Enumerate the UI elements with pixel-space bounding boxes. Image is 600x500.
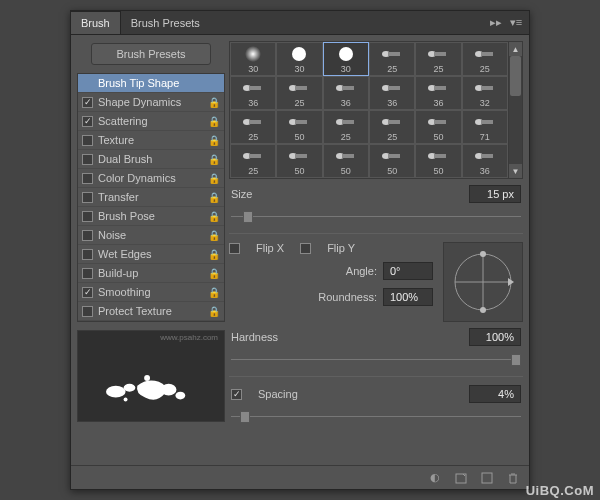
- size-value[interactable]: 15 px: [469, 185, 521, 203]
- brush-thumbnail[interactable]: 25: [323, 110, 369, 144]
- brush-presets-button[interactable]: Brush Presets: [91, 43, 211, 65]
- spacing-value[interactable]: 4%: [469, 385, 521, 403]
- brush-size-label: 36: [480, 166, 490, 176]
- brush-thumbnail[interactable]: 71: [462, 110, 508, 144]
- brush-thumbnail[interactable]: 50: [415, 110, 461, 144]
- lock-icon[interactable]: 🔒: [208, 97, 220, 108]
- svg-rect-50: [481, 154, 493, 158]
- tab-brush[interactable]: Brush: [71, 11, 121, 34]
- option-shape-dynamics[interactable]: Shape Dynamics🔒: [78, 93, 224, 112]
- option-texture[interactable]: Texture🔒: [78, 131, 224, 150]
- brush-thumbnail[interactable]: 25: [230, 110, 276, 144]
- svg-point-55: [480, 307, 486, 313]
- brush-thumbnail[interactable]: 36: [369, 76, 415, 110]
- checkbox-icon[interactable]: [82, 154, 93, 165]
- option-protect-texture[interactable]: Protect Texture🔒: [78, 302, 224, 321]
- hardness-slider[interactable]: [231, 352, 521, 368]
- menu-icon[interactable]: ▾≡: [509, 16, 523, 30]
- lock-icon[interactable]: 🔒: [208, 154, 220, 165]
- brush-thumbnail[interactable]: 25: [230, 144, 276, 178]
- checkbox-icon[interactable]: [82, 268, 93, 279]
- new-icon[interactable]: [479, 470, 495, 486]
- svg-point-5: [124, 398, 128, 402]
- brush-thumbnail[interactable]: 32: [462, 76, 508, 110]
- option-transfer[interactable]: Transfer🔒: [78, 188, 224, 207]
- lock-icon[interactable]: 🔒: [208, 306, 220, 317]
- brush-thumbnail[interactable]: 50: [323, 144, 369, 178]
- checkbox-icon[interactable]: [82, 249, 93, 260]
- brush-thumbnail[interactable]: 50: [276, 110, 322, 144]
- hardness-value[interactable]: 100%: [469, 328, 521, 346]
- lock-icon[interactable]: 🔒: [208, 116, 220, 127]
- option-color-dynamics[interactable]: Color Dynamics🔒: [78, 169, 224, 188]
- option-dual-brush[interactable]: Dual Brush🔒: [78, 150, 224, 169]
- svg-rect-40: [249, 154, 261, 158]
- brush-shape-icon: [425, 113, 451, 131]
- spacing-checkbox[interactable]: Spacing: [231, 388, 298, 400]
- lock-icon[interactable]: 🔒: [208, 230, 220, 241]
- option-label: Noise: [98, 229, 126, 241]
- option-noise[interactable]: Noise🔒: [78, 226, 224, 245]
- flip-x-checkbox[interactable]: Flip X: [229, 242, 284, 254]
- checkbox-icon[interactable]: [82, 192, 93, 203]
- spacing-slider[interactable]: [231, 409, 521, 425]
- brush-thumbnail[interactable]: 30: [323, 42, 369, 76]
- brush-thumbnail[interactable]: 25: [276, 76, 322, 110]
- expand-icon[interactable]: ▸▸: [489, 16, 503, 30]
- brush-thumbnail[interactable]: 36: [462, 144, 508, 178]
- lock-icon[interactable]: 🔒: [208, 287, 220, 298]
- brush-thumbnail[interactable]: 25: [415, 42, 461, 76]
- checkbox-icon[interactable]: [82, 211, 93, 222]
- size-label: Size: [231, 188, 252, 200]
- checkbox-icon[interactable]: [82, 287, 93, 298]
- option-build-up[interactable]: Build-up🔒: [78, 264, 224, 283]
- brush-thumbnail[interactable]: 36: [415, 76, 461, 110]
- checkbox-icon[interactable]: [82, 230, 93, 241]
- scroll-down-button[interactable]: ▼: [509, 164, 522, 178]
- lock-icon[interactable]: 🔒: [208, 173, 220, 184]
- angle-dial[interactable]: [443, 242, 523, 322]
- scrollbar-thumb[interactable]: [510, 56, 521, 96]
- grid-scrollbar[interactable]: ▲ ▼: [508, 42, 522, 178]
- lock-icon[interactable]: 🔒: [208, 192, 220, 203]
- brush-shape-icon: [379, 147, 405, 165]
- roundness-value[interactable]: 100%: [383, 288, 433, 306]
- brush-thumbnail[interactable]: 50: [276, 144, 322, 178]
- brush-thumbnail[interactable]: 25: [369, 42, 415, 76]
- trash-icon[interactable]: [505, 470, 521, 486]
- lock-icon[interactable]: 🔒: [208, 268, 220, 279]
- toggle-icon[interactable]: ◐: [427, 470, 443, 486]
- angle-value[interactable]: 0°: [383, 262, 433, 280]
- brush-size-label: 36: [248, 98, 258, 108]
- checkbox-icon[interactable]: [82, 135, 93, 146]
- brush-thumbnail[interactable]: 36: [323, 76, 369, 110]
- svg-rect-58: [482, 473, 492, 483]
- brush-thumbnail[interactable]: 25: [462, 42, 508, 76]
- new-preset-icon[interactable]: [453, 470, 469, 486]
- brush-thumbnail[interactable]: 50: [369, 144, 415, 178]
- brush-thumbnail[interactable]: 50: [415, 144, 461, 178]
- option-brush-tip-shape[interactable]: Brush Tip Shape: [78, 74, 224, 93]
- option-label: Wet Edges: [98, 248, 152, 260]
- flip-y-checkbox[interactable]: Flip Y: [300, 242, 355, 254]
- scroll-up-button[interactable]: ▲: [509, 42, 522, 56]
- checkbox-icon[interactable]: [82, 116, 93, 127]
- checkbox-icon[interactable]: [82, 306, 93, 317]
- tab-brush-presets[interactable]: Brush Presets: [121, 12, 210, 34]
- lock-icon[interactable]: 🔒: [208, 249, 220, 260]
- brush-thumbnail[interactable]: 30: [230, 42, 276, 76]
- option-smoothing[interactable]: Smoothing🔒: [78, 283, 224, 302]
- size-slider[interactable]: [231, 209, 521, 225]
- roundness-label: Roundness:: [318, 291, 377, 303]
- brush-thumbnail[interactable]: 25: [369, 110, 415, 144]
- option-brush-pose[interactable]: Brush Pose🔒: [78, 207, 224, 226]
- option-wet-edges[interactable]: Wet Edges🔒: [78, 245, 224, 264]
- brush-thumbnail[interactable]: 36: [230, 76, 276, 110]
- lock-icon[interactable]: 🔒: [208, 135, 220, 146]
- option-scattering[interactable]: Scattering🔒: [78, 112, 224, 131]
- checkbox-icon[interactable]: [82, 173, 93, 184]
- lock-icon[interactable]: 🔒: [208, 211, 220, 222]
- checkbox-icon[interactable]: [82, 97, 93, 108]
- svg-rect-32: [342, 120, 354, 124]
- brush-thumbnail[interactable]: 30: [276, 42, 322, 76]
